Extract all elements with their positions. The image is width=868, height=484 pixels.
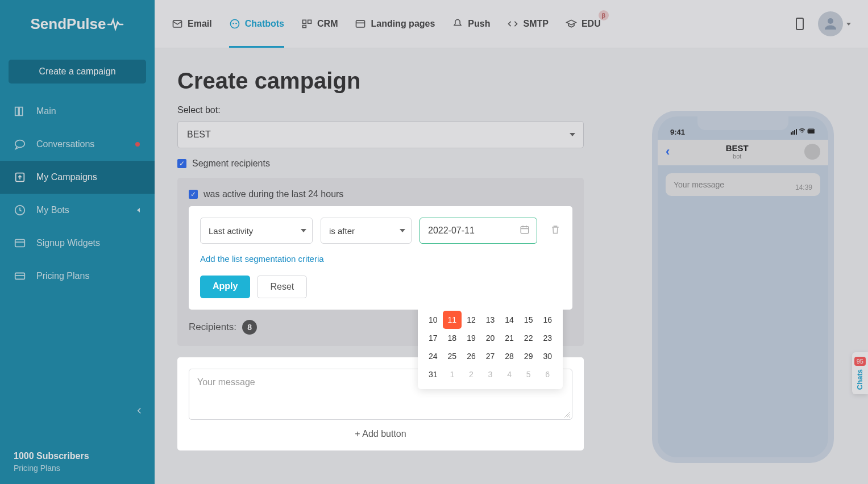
chevron-down-icon [301,229,306,232]
calendar-day[interactable]: 30 [538,347,557,365]
calendar-day[interactable]: 21 [500,329,519,347]
nav-email[interactable]: Email [172,18,212,30]
bubble-text: Your message [674,180,724,189]
brand-text: SendPulse [31,15,106,33]
date-input[interactable]: 2022-07-11 [420,218,537,244]
nav-smtp[interactable]: SMTP [507,18,548,30]
nav-edu[interactable]: EDU β [566,18,601,30]
nav-chatbots[interactable]: Chatbots [229,18,284,30]
calendar-day-other[interactable]: 1 [443,365,462,383]
calendar-day[interactable]: 11 [443,311,462,329]
calendar-day[interactable]: 18 [443,329,462,347]
svg-point-12 [15,140,25,148]
calendar-day-other[interactable]: 4 [500,365,519,383]
avatar [818,11,843,36]
calendar-day[interactable]: 12 [462,311,481,329]
calendar-day[interactable]: 10 [423,311,443,329]
chevron-down-icon [400,229,405,232]
calendar-day[interactable]: 28 [500,347,519,365]
calendar-day[interactable]: 20 [481,329,500,347]
card-icon [14,270,26,282]
active-24h-checkbox[interactable] [189,190,198,199]
sidebar-label: Signup Widgets [36,238,100,248]
svg-rect-24 [792,131,794,135]
filter-card: Last activity is after 2022-07-11 Ad [189,206,572,310]
chevron-down-icon [846,23,851,26]
sidebar-item-pricing[interactable]: Pricing Plans [0,260,155,293]
filter-op-select[interactable]: is after [321,218,412,244]
create-campaign-button[interactable]: Create a campaign [9,60,146,84]
calendar-day[interactable]: 17 [423,329,443,347]
add-criteria-link[interactable]: Add the list segmentation criteria [200,254,324,264]
calendar-day[interactable]: 19 [462,329,481,347]
add-button-link[interactable]: + Add button [189,429,572,439]
calendar-day[interactable]: 14 [500,311,519,329]
sidebar: Create a campaign Main Conversations My … [0,48,155,484]
calendar-day[interactable]: 27 [481,347,500,365]
calendar-day[interactable]: 13 [481,311,500,329]
svg-rect-28 [808,130,814,133]
calendar-day[interactable]: 23 [538,329,557,347]
filter-field-select[interactable]: Last activity [200,218,313,244]
sidebar-item-campaigns[interactable]: My Campaigns [0,161,155,194]
svg-point-2 [232,23,234,24]
chevron-down-icon [570,133,575,136]
sidebar-label: Main [36,106,56,116]
calendar-day[interactable]: 25 [443,347,462,365]
calendar-day[interactable]: 29 [519,347,538,365]
phone-subtitle: bot [726,153,749,160]
edu-icon [566,18,577,30]
phone-avatar [804,144,820,160]
reset-button[interactable]: Reset [257,276,307,298]
signal-icons [791,128,816,136]
bot-select[interactable]: BEST [177,121,584,148]
nav-crm[interactable]: CRM [301,18,338,30]
nav-landing[interactable]: Landing pages [355,18,435,30]
segment-label: Segment recipients [192,158,270,169]
calendar-day[interactable]: 16 [538,311,557,329]
svg-rect-26 [796,129,797,135]
sidebar-label: Pricing Plans [36,271,89,281]
brand-logo[interactable]: SendPulse [31,15,124,33]
sidebar-item-conversations[interactable]: Conversations [0,128,155,161]
delete-filter-icon[interactable] [550,224,561,237]
calendar-day-other[interactable]: 6 [538,365,557,383]
page-title: Create campaign [177,68,845,94]
calendar-day-other[interactable]: 3 [481,365,500,383]
calendar-day[interactable]: 22 [519,329,538,347]
chatbot-icon [229,18,240,30]
calendar-day-other[interactable]: 5 [519,365,538,383]
mobile-icon[interactable] [796,18,804,30]
nav-label: CRM [317,19,338,29]
calendar-day[interactable]: 24 [423,347,443,365]
chats-widget[interactable]: 95 Chats [852,352,868,394]
segment-checkbox[interactable] [177,159,186,168]
calendar-day[interactable]: 31 [423,365,443,383]
calendar-day-other[interactable]: 2 [462,365,481,383]
phone-notch [697,116,788,130]
back-icon: ‹ [666,144,670,159]
calendar-day[interactable]: 15 [519,311,538,329]
svg-rect-23 [791,132,792,135]
phone-title: BEST [726,143,749,153]
clock-icon [14,204,26,216]
sidebar-item-main[interactable]: Main [0,95,155,128]
calendar-day[interactable]: 26 [462,347,481,365]
user-menu[interactable] [818,11,851,36]
chats-count: 95 [854,357,866,366]
nav-label: EDU [582,19,601,29]
svg-rect-19 [521,227,529,233]
sidebar-item-bots[interactable]: My Bots [0,194,155,227]
sidebar-item-widgets[interactable]: Signup Widgets [0,227,155,260]
nav-push[interactable]: Push [452,18,490,30]
sidebar-label: My Bots [36,205,69,215]
collapse-sidebar[interactable] [134,406,144,416]
apply-button[interactable]: Apply [200,276,250,298]
svg-point-3 [235,23,237,24]
filter-op-value: is after [329,226,355,236]
phone-preview: 9:41 ‹ BEST bot Your message 14:39 [652,111,834,463]
svg-rect-4 [303,20,306,23]
active-24h-row: was active during the last 24 hours [189,189,572,199]
svg-rect-15 [15,240,25,247]
pricing-link[interactable]: Pricing Plans [14,464,89,473]
